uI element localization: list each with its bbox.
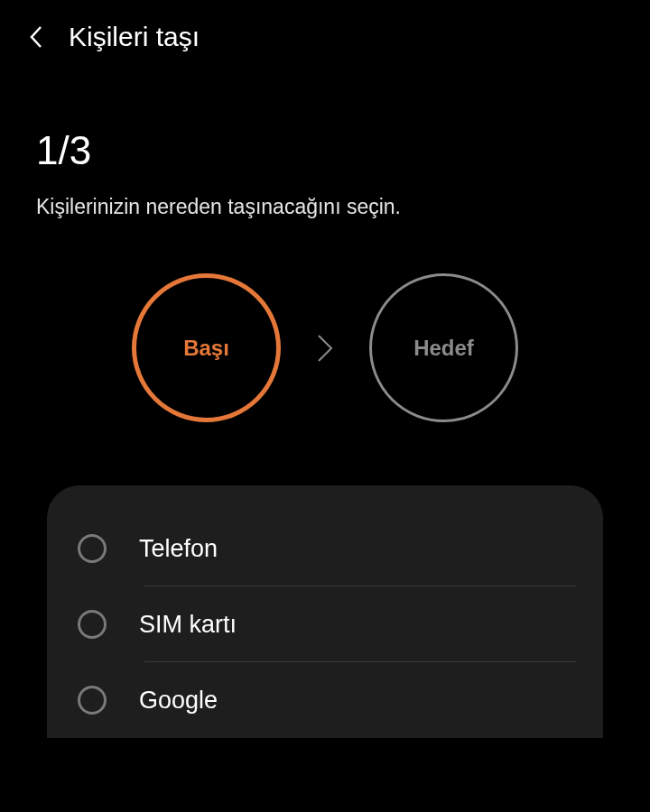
- chevron-right-icon: [313, 330, 337, 366]
- back-button[interactable]: [25, 26, 47, 48]
- option-label: Telefon: [139, 535, 218, 563]
- flow-arrow: [313, 330, 337, 366]
- source-label: Başı: [183, 336, 229, 361]
- instruction-text: Kişilerinizin nereden taşınacağını seçin…: [36, 195, 614, 219]
- radio-unchecked-icon: [78, 534, 107, 563]
- options-panel: Telefon SIM kartı Google: [47, 485, 603, 738]
- target-circle[interactable]: Hedef: [369, 273, 518, 422]
- option-label: SIM kartı: [139, 611, 237, 639]
- option-google[interactable]: Google: [47, 662, 603, 738]
- source-circle[interactable]: Başı: [132, 273, 281, 422]
- option-phone[interactable]: Telefon: [47, 511, 603, 586]
- flow-diagram: Başı Hedef: [36, 273, 614, 422]
- page-title: Kişileri taşı: [69, 22, 200, 52]
- header: Kişileri taşı: [0, 0, 650, 74]
- content: 1/3 Kişilerinizin nereden taşınacağını s…: [0, 74, 650, 738]
- step-counter: 1/3: [36, 128, 614, 173]
- radio-unchecked-icon: [78, 686, 107, 715]
- radio-unchecked-icon: [78, 610, 107, 639]
- option-label: Google: [139, 687, 218, 715]
- option-sim[interactable]: SIM kartı: [47, 586, 603, 662]
- chevron-left-icon: [28, 24, 44, 50]
- target-label: Hedef: [413, 336, 474, 361]
